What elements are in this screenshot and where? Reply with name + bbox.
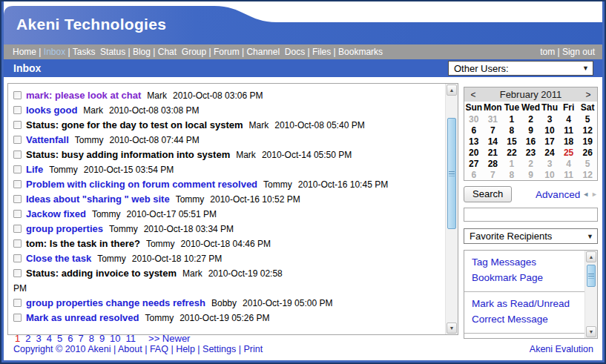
nav-item-tasks[interactable]: Tasks: [73, 47, 96, 57]
calendar-date-cell[interactable]: 5: [578, 113, 597, 125]
nav-item-blog[interactable]: Blog: [133, 47, 151, 57]
calendar-date-cell[interactable]: 3: [540, 158, 559, 169]
action-link[interactable]: Bookmark Page: [472, 270, 584, 285]
calendar-date-cell[interactable]: 10: [540, 125, 559, 136]
message-subject[interactable]: Problem with clicking on forum comment r…: [26, 179, 257, 190]
calendar-date-cell[interactable]: 22: [502, 147, 521, 158]
chevron-down-icon[interactable]: ▼: [587, 233, 593, 240]
sign-out-link[interactable]: Sign out: [562, 47, 595, 57]
message-checkbox[interactable]: [13, 210, 22, 218]
calendar-date-cell[interactable]: 10: [540, 169, 559, 180]
page-link[interactable]: 5: [57, 333, 62, 344]
message-checkbox[interactable]: [13, 269, 22, 277]
calendar-date-cell[interactable]: 25: [559, 147, 579, 158]
other-users-select[interactable]: Other Users: ▼: [448, 61, 593, 76]
scrollbar-thumb[interactable]: [587, 265, 596, 287]
page-link[interactable]: 3: [36, 333, 41, 344]
message-subject[interactable]: Mark as unread resolved: [26, 312, 139, 323]
message-checkbox[interactable]: [13, 121, 22, 129]
nav-item-group[interactable]: Group: [182, 47, 206, 57]
calendar-date-cell[interactable]: 17: [540, 136, 559, 147]
nav-item-status[interactable]: Status: [100, 47, 125, 57]
advanced-search-link[interactable]: Advanced: [536, 189, 580, 200]
favorite-recipients-select[interactable]: Favorite Recipients ▼: [464, 228, 598, 244]
message-subject[interactable]: Close the task: [26, 253, 91, 264]
calendar-date-cell[interactable]: 15: [502, 136, 521, 147]
calendar-date-cell[interactable]: 31: [484, 113, 503, 125]
calendar-prev-button[interactable]: <: [464, 90, 482, 100]
page-link[interactable]: 10: [110, 333, 120, 344]
nav-item-bookmarks[interactable]: Bookmarks: [338, 47, 383, 57]
nav-item-home[interactable]: Home: [13, 47, 36, 57]
footer-link[interactable]: Settings: [202, 344, 236, 354]
message-checkbox[interactable]: [13, 195, 22, 203]
message-checkbox[interactable]: [13, 165, 22, 173]
calendar-date-cell[interactable]: 14: [484, 136, 503, 147]
calendar-date-cell[interactable]: 24: [540, 147, 559, 158]
calendar-date-cell[interactable]: 5: [578, 158, 597, 169]
message-checkbox[interactable]: [13, 299, 22, 307]
nav-item-inbox[interactable]: Inbox: [44, 47, 65, 57]
footer-link[interactable]: Help: [176, 344, 195, 354]
action-link[interactable]: Correct Message: [472, 311, 584, 327]
message-checkbox[interactable]: [13, 239, 22, 248]
calendar-date-cell[interactable]: 9: [521, 125, 541, 136]
action-link[interactable]: Compose Notification: [472, 337, 584, 339]
scroll-up-button[interactable]: ▲: [586, 251, 596, 262]
calendar-date-cell[interactable]: 2: [521, 158, 541, 169]
collapse-left-icon[interactable]: ◄: [582, 191, 589, 198]
message-subject[interactable]: Ideas about "sharing " web site: [26, 193, 170, 205]
calendar-date-cell[interactable]: 1: [502, 158, 521, 169]
page-link[interactable]: 2: [25, 333, 30, 344]
nav-item-docs[interactable]: Docs: [285, 47, 305, 57]
message-checkbox[interactable]: [13, 150, 22, 159]
footer-brand-link[interactable]: Akeni Evalution: [530, 344, 593, 360]
calendar-date-cell[interactable]: 11: [559, 125, 579, 136]
calendar-date-cell[interactable]: 12: [578, 169, 597, 180]
action-link[interactable]: Mark as Read/Unread: [472, 296, 584, 311]
message-subject[interactable]: Status: adding invoice to system: [26, 268, 177, 279]
actions-scrollbar[interactable]: ▲ ▼: [584, 251, 597, 338]
message-subject[interactable]: Status: gone for the day to test on loca…: [26, 119, 243, 130]
calendar-date-cell[interactable]: 8: [502, 169, 521, 180]
scroll-down-button[interactable]: ▼: [447, 322, 457, 334]
calendar-next-button[interactable]: >: [579, 90, 597, 100]
message-subject[interactable]: looks good: [26, 105, 77, 116]
message-subject[interactable]: mark: please look at chat: [26, 90, 141, 101]
calendar-date-cell[interactable]: 18: [559, 136, 579, 147]
calendar-date-cell[interactable]: 9: [521, 169, 541, 180]
nav-item-channel[interactable]: Channel: [246, 47, 280, 57]
message-list-scrollbar[interactable]: ▲ ▼: [445, 84, 458, 334]
message-checkbox[interactable]: [13, 91, 22, 99]
message-checkbox[interactable]: [13, 136, 22, 144]
message-checkbox[interactable]: [13, 314, 22, 322]
calendar-date-cell[interactable]: 23: [521, 147, 541, 158]
calendar-date-cell[interactable]: 28: [484, 158, 503, 169]
calendar-date-cell[interactable]: 12: [578, 125, 597, 136]
calendar-date-cell[interactable]: 13: [464, 136, 484, 147]
page-link[interactable]: 7: [78, 333, 83, 344]
nav-item-chat[interactable]: Chat: [158, 47, 177, 57]
message-checkbox[interactable]: [13, 254, 22, 262]
footer-link[interactable]: Print: [243, 344, 263, 354]
calendar-date-cell[interactable]: 26: [578, 147, 597, 158]
message-checkbox[interactable]: [13, 180, 22, 188]
calendar-date-cell[interactable]: 8: [502, 125, 521, 136]
message-subject[interactable]: tom: Is the task in there?: [26, 238, 140, 249]
calendar-date-cell[interactable]: 6: [464, 125, 484, 136]
search-input[interactable]: [464, 208, 598, 222]
action-link[interactable]: Tag Messages: [472, 254, 584, 270]
page-link[interactable]: 4: [47, 333, 52, 344]
calendar-date-cell[interactable]: 19: [578, 136, 597, 147]
calendar-date-cell[interactable]: 27: [464, 158, 484, 169]
calendar-date-cell[interactable]: 30: [464, 113, 484, 125]
scroll-down-button[interactable]: ▼: [586, 326, 596, 337]
calendar-date-cell[interactable]: 4: [559, 158, 579, 169]
calendar-date-cell[interactable]: 1: [502, 113, 521, 125]
nav-item-forum[interactable]: Forum: [214, 47, 240, 57]
message-subject[interactable]: Life: [26, 164, 43, 175]
message-subject[interactable]: group properties: [26, 223, 103, 234]
scrollbar-thumb[interactable]: [447, 118, 456, 229]
scroll-up-button[interactable]: ▲: [447, 85, 457, 96]
page-link[interactable]: 11: [126, 333, 136, 344]
